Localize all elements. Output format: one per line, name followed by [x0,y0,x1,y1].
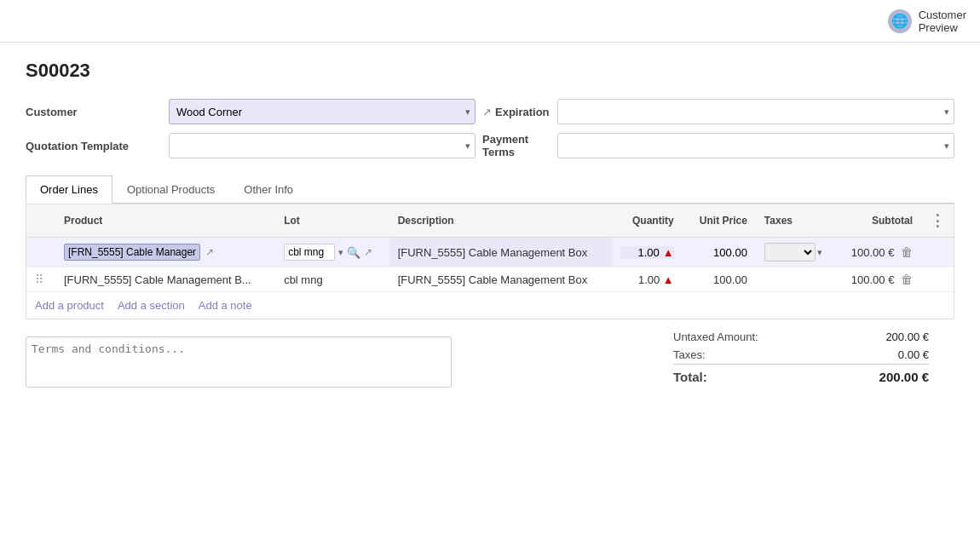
tab-order-lines[interactable]: Order Lines [26,175,112,204]
row1-unit-price-cell [683,238,756,267]
table-row: ⠿ [FURN_5555] Cable Management B... cbl … [26,267,954,292]
quotation-template-select[interactable] [169,133,476,158]
row2-forecast-icon[interactable]: ▲ [663,273,674,286]
customer-select[interactable]: Wood Corner [169,99,476,124]
tab-other-info[interactable]: Other Info [229,175,308,204]
row2-lot-cell: cbl mng [275,267,389,292]
col-lot: Lot [275,204,389,238]
add-product-link[interactable]: Add a product [35,299,104,312]
row2-delete-icon[interactable]: 🗑 [901,273,913,286]
bottom-section: Untaxed Amount: 200.00 € Taxes: 0.00 € T… [26,328,954,399]
row1-taxes-chevron: ▾ [817,247,822,258]
row1-description-cell[interactable]: [FURN_5555] Cable Management Box [389,238,612,267]
row1-taxes-cell: ▾ [756,238,837,267]
terms-textarea[interactable] [26,336,452,388]
summary-total-row: Total: 200.00 € [673,364,929,387]
row2-taxes-cell [756,267,837,292]
col-taxes: Taxes [756,204,837,238]
table-row: ↗ ▾ 🔍 ↗ [FURN_5555] Cable Management Box [26,238,954,267]
summary-taxes-row: Taxes: 0.00 € [673,346,929,364]
row1-product-cell: ↗ [55,238,275,267]
row2-quantity-cell: 1.00 ▲ [612,267,683,292]
col-unit-price: Unit Price [683,204,756,238]
terms-area [26,336,452,399]
tabs: Order Lines Optional Products Other Info [26,175,954,204]
row2-unit-price-cell: 100.00 [683,267,756,292]
row1-lot-search-icon[interactable]: 🔍 [347,246,360,259]
quotation-template-wrapper: ▾ [169,133,476,158]
row1-lot-ext-icon[interactable]: ↗ [364,246,372,258]
main-content: S00023 Customer Wood Corner ▾ ↗ Expirati… [0,43,980,416]
col-description: Description [389,204,612,238]
row1-forecast-icon[interactable]: ▲ [663,246,674,259]
payment-terms-label: Payment Terms [482,133,551,158]
order-lines-table: Product Lot Description Quantity Unit Pr… [26,204,954,292]
row2-drag-cell: ⠿ [26,267,55,292]
col-product: Product [55,204,275,238]
untaxed-value: 200.00 € [885,330,929,343]
expiration-field-wrapper: ▾ [557,99,954,124]
row1-quantity-cell: ▲ [612,238,683,267]
expiration-select[interactable] [557,99,954,124]
row1-quantity-input[interactable] [625,246,660,259]
row1-lot-cell: ▾ 🔍 ↗ [275,238,389,267]
form-grid: Customer Wood Corner ▾ ↗ Expiration ▾ Qu… [26,99,954,158]
row1-product-ext-icon[interactable]: ↗ [205,246,214,258]
add-links-row: Add a product Add a section Add a note [26,292,954,319]
summary-grid: Untaxed Amount: 200.00 € Taxes: 0.00 € T… [673,328,954,387]
quotation-template-label: Quotation Template [26,140,162,152]
summary-table: Untaxed Amount: 200.00 € Taxes: 0.00 € T… [673,328,929,387]
summary-untaxed-row: Untaxed Amount: 200.00 € [673,328,929,346]
customer-preview-button[interactable]: 🌐 Customer Preview [888,9,966,34]
untaxed-label: Untaxed Amount: [673,330,758,343]
order-lines-table-section: Product Lot Description Quantity Unit Pr… [26,204,954,319]
row2-drag-handle[interactable]: ⠿ [35,273,43,286]
total-label: Total: [673,370,707,384]
customer-field-wrapper: Wood Corner ▾ [169,99,476,124]
total-value: 200.00 € [879,370,929,384]
row1-handle-cell [26,238,55,267]
payment-terms-select[interactable] [557,133,954,158]
col-subtotal: Subtotal [837,204,921,238]
add-note-link[interactable]: Add a note [199,299,252,312]
col-quantity: Quantity [612,204,683,238]
row1-product-input[interactable] [64,244,200,261]
row1-taxes-select[interactable] [764,243,816,262]
header: 🌐 Customer Preview [0,0,980,43]
row1-lot-input[interactable] [284,244,335,261]
table-more-options-icon[interactable]: ⋮ [930,212,945,229]
record-id: S00023 [26,60,954,82]
add-section-link[interactable]: Add a section [118,299,185,312]
row2-subtotal-cell: 100.00 € 🗑 [837,267,921,292]
taxes-label: Taxes: [673,348,706,361]
customer-preview-label: Customer Preview [919,9,966,34]
row1-unit-price-input[interactable] [696,246,747,259]
taxes-value: 0.00 € [898,348,929,361]
row2-description-cell: [FURN_5555] Cable Management Box [389,267,612,292]
expiration-label-wrap: ↗ Expiration [482,106,551,118]
row2-product-cell: [FURN_5555] Cable Management B... [55,267,275,292]
table-header-row: Product Lot Description Quantity Unit Pr… [26,204,954,238]
expiration-label: Expiration [495,106,550,118]
globe-icon: 🌐 [888,9,912,33]
row1-lot-dropdown-icon[interactable]: ▾ [338,247,343,258]
payment-terms-wrapper: ▾ [557,133,954,158]
row1-subtotal-cell: 100.00 € 🗑 [837,238,921,267]
expiration-ext-link-icon[interactable]: ↗ [482,106,492,118]
row1-delete-icon[interactable]: 🗑 [901,245,913,259]
customer-label: Customer [26,106,162,118]
tab-optional-products[interactable]: Optional Products [112,175,229,204]
